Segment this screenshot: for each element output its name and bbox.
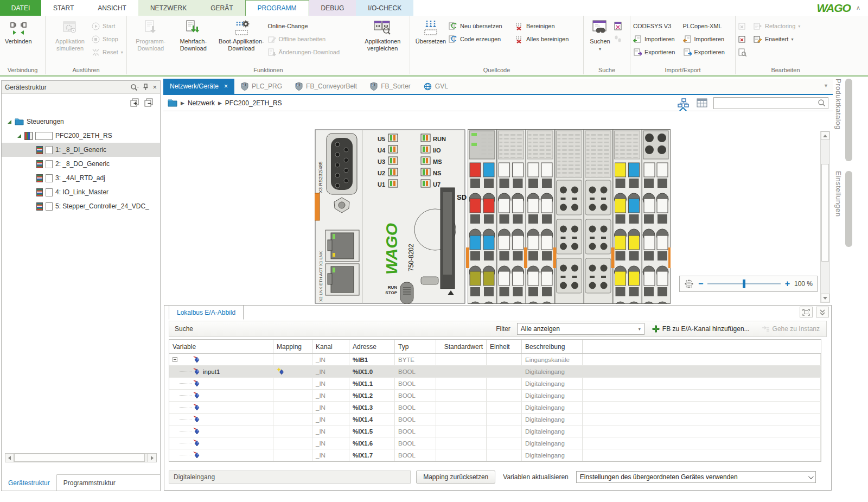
sidebar-horizontal-scrollbar[interactable] xyxy=(5,453,157,462)
zoom-slider[interactable] xyxy=(707,283,780,284)
io-channel-row[interactable]: _IN %IX1.2 BOOL Digitaleingang xyxy=(169,390,821,402)
boot-applikation-download-button[interactable]: Boot-Applikation-Download xyxy=(215,17,267,52)
scroll-left-button[interactable] xyxy=(5,453,14,462)
plcopen-export-button[interactable]: Exportieren xyxy=(683,47,733,57)
io-search-input[interactable] xyxy=(200,323,338,334)
canvas-vertical-scrollbar[interactable] xyxy=(820,131,830,303)
scrollbar-thumb[interactable] xyxy=(821,164,829,262)
search-icon[interactable] xyxy=(818,99,826,107)
io-channel-row[interactable]: _IN %IB1 BYTE Eingangskanäle xyxy=(169,354,821,366)
io-channel-row[interactable]: _IN %IX1.1 BOOL Digitaleingang xyxy=(169,378,821,390)
col-beschreibung[interactable]: Beschreibung xyxy=(522,340,583,353)
tree-node-pfc200[interactable]: PFC200_2ETH_RS xyxy=(2,129,160,143)
bereinigen-button[interactable]: Bereinigen xyxy=(515,21,578,31)
scrollbar-thumb[interactable] xyxy=(14,454,145,462)
reset-button[interactable]: Reset▾ xyxy=(92,47,123,57)
cross-reference-button[interactable] xyxy=(614,21,622,31)
col-variable[interactable]: Variable xyxy=(169,340,273,353)
breadcrumb-device[interactable]: PFC200_2ETH_RS xyxy=(225,99,282,107)
declarations-button[interactable] xyxy=(738,34,754,44)
programm-download-button[interactable]: Programm-Download xyxy=(130,17,172,52)
scroll-up-button[interactable] xyxy=(821,131,829,140)
tab-einstellungen[interactable]: Einstellungen xyxy=(834,171,868,247)
close-tab-icon[interactable]: × xyxy=(224,82,228,90)
uebersetzen-button[interactable]: Übersetzen xyxy=(413,17,449,45)
tree-node-module[interactable]: 2: _8_DO_Generic xyxy=(2,157,160,171)
mehrfach-download-button[interactable]: Mehrfach-Download xyxy=(172,17,215,52)
scroll-right-button[interactable] xyxy=(148,453,157,462)
reset-mapping-button[interactable]: Mapping zurücksetzen xyxy=(416,471,495,484)
io-channel-row[interactable]: _IN %IX1.4 BOOL Digitaleingang xyxy=(169,414,821,425)
neu-uebersetzen-button[interactable]: Neu übersetzen xyxy=(449,21,515,31)
collapse-all-icon[interactable] xyxy=(144,98,154,107)
tab-plc-prg[interactable]: ST PLC_PRG xyxy=(234,79,289,94)
tab-gvl[interactable]: GVL xyxy=(417,79,455,94)
tab-start[interactable]: START xyxy=(41,0,86,16)
tab-fb-sorter[interactable]: ST FB_Sorter xyxy=(363,79,417,94)
tree-node-module[interactable]: 3: _4AI_RTD_adj xyxy=(2,171,160,185)
preview-button[interactable] xyxy=(738,47,754,57)
rename-button[interactable] xyxy=(738,21,754,31)
suchen-button[interactable]: Suchen ▾ xyxy=(586,17,614,52)
codesys-import-button[interactable]: Importieren xyxy=(633,34,683,44)
tab-fb-conveyorbelt[interactable]: ST FB_ConveyorBelt xyxy=(289,79,363,94)
tab-datei[interactable]: DATEI xyxy=(0,0,41,16)
io-channel-row[interactable]: _IN %IX1.5 BOOL Digitaleingang xyxy=(169,425,821,437)
panel-collapse-icon[interactable] xyxy=(816,307,829,317)
network-device-canvas[interactable]: X3 RS232/485 X2 LNK ETH ACT X1 LNK U5 U4… xyxy=(163,111,833,304)
applikation-simulieren-button[interactable]: Applikationsimulieren xyxy=(48,17,92,52)
ribbon-collapse-icon[interactable]: ∧ xyxy=(856,4,860,11)
panel-maximize-icon[interactable] xyxy=(800,307,813,317)
offline-bearbeiten-button[interactable]: Offline bearbeiten xyxy=(268,34,359,44)
settings-select[interactable]: Einstellungen des übergeordneten Gerätes… xyxy=(576,471,816,483)
expanded-arrow-icon[interactable] xyxy=(7,119,12,124)
online-change-button[interactable]: Online-Change xyxy=(268,21,359,31)
expanded-arrow-icon[interactable] xyxy=(17,134,22,138)
zoom-slider-thumb[interactable] xyxy=(743,279,745,288)
network-view-icon[interactable] xyxy=(676,97,691,110)
code-erzeugen-button[interactable]: Code erzeugen xyxy=(449,34,515,44)
io-channel-row[interactable]: _IN %IX1.3 BOOL Digitaleingang xyxy=(169,402,821,414)
update-variables-label[interactable]: Variablen aktualisieren xyxy=(501,473,571,481)
col-typ[interactable]: Typ xyxy=(395,340,436,353)
zoom-in-button[interactable]: + xyxy=(785,279,790,288)
col-einheit[interactable]: Einheit xyxy=(487,340,522,353)
erweitert-button[interactable]: Erweitert▾ xyxy=(754,34,818,44)
col-kanal[interactable]: Kanal xyxy=(312,340,349,353)
zoom-fit-icon[interactable] xyxy=(684,279,694,289)
verbinden-button[interactable]: Verbinden xyxy=(3,17,34,45)
applikationen-vergleichen-button[interactable]: Applikationenvergleichen xyxy=(359,17,407,52)
tab-netzwerk[interactable]: NETZWERK xyxy=(138,0,199,16)
breadcrumb-netzwerk[interactable]: Netzwerk xyxy=(188,99,215,107)
tab-lokalbus-io-abbild[interactable]: Lokalbus E/A-Abbild xyxy=(169,306,244,320)
row-expander-icon[interactable] xyxy=(173,357,177,362)
panel-close-icon[interactable]: × xyxy=(152,83,157,91)
tab-geraet[interactable]: GERÄT xyxy=(199,0,245,16)
aenderungen-download-button[interactable]: Änderungen-Download xyxy=(268,47,359,57)
tab-netzwerk-geraete[interactable]: Netzwerk/Geräte× xyxy=(163,79,234,94)
tree-node-module[interactable]: 4: IO_Link_Master xyxy=(2,185,160,199)
alles-bereinigen-button[interactable]: Alles bereinigen xyxy=(515,34,578,44)
refactoring-button[interactable]: Refactoring▾ xyxy=(754,21,818,31)
tab-overflow-icon[interactable]: ▼ xyxy=(824,83,828,88)
expand-all-icon[interactable] xyxy=(130,98,139,107)
io-channel-row[interactable]: input1 _IN %IX1.0 BOOL Digitaleingang xyxy=(169,366,821,378)
start-button[interactable]: Start xyxy=(92,21,123,31)
tab-programmstruktur[interactable]: Programmstruktur xyxy=(57,475,122,491)
filter-select[interactable]: Alle anzeigen ▾ xyxy=(517,323,644,335)
browse-trace-button[interactable] xyxy=(614,34,622,44)
plcopen-import-button[interactable]: Importieren xyxy=(683,34,733,44)
tab-io-check[interactable]: I/O-CHECK xyxy=(356,0,413,16)
tree-node-steuerungen[interactable]: Steuerungen xyxy=(2,115,160,129)
io-channel-row[interactable]: _IN %IX1.7 BOOL Digitaleingang xyxy=(169,449,821,461)
io-channel-row[interactable]: _IN %IX1.6 BOOL Digitaleingang xyxy=(169,437,821,449)
device-search-input[interactable] xyxy=(716,99,818,107)
tab-debug[interactable]: DEBUG xyxy=(309,0,356,16)
scroll-down-button[interactable] xyxy=(821,294,829,302)
table-view-icon[interactable] xyxy=(695,97,709,110)
tab-ansicht[interactable]: ANSICHT xyxy=(86,0,138,16)
codesys-export-button[interactable]: Exportieren xyxy=(633,47,683,57)
pin-icon[interactable] xyxy=(143,84,149,91)
col-standardwert[interactable]: Standardwert xyxy=(436,340,487,353)
tab-geraetestruktur[interactable]: Gerätestruktur xyxy=(2,474,57,491)
